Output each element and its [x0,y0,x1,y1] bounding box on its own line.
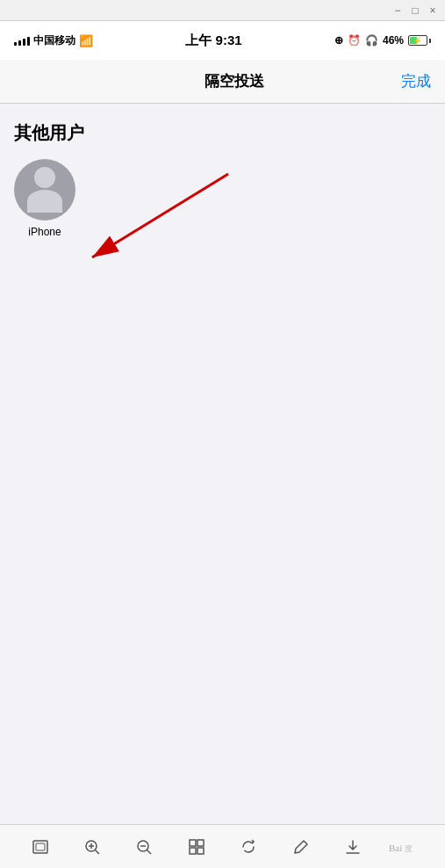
device-grid: iPhone [14,159,431,238]
battery-percent: 46% [383,34,404,47]
content-area: 其他用户 iPhone [0,104,445,824]
battery-body: ⚡ [408,35,427,46]
zoom-in-button[interactable] [76,831,108,863]
time-label: 上午 9:31 [185,33,241,49]
device-name: iPhone [28,226,61,238]
svg-line-9 [147,850,152,854]
headphone-icon: 🎧 [365,34,378,47]
person-head [34,167,55,188]
svg-rect-3 [36,843,45,850]
close-button[interactable]: × [427,5,438,16]
section-title: 其他用户 [14,121,431,145]
maximize-button[interactable]: □ [410,5,420,16]
signal-bar-3 [23,39,25,46]
phone-frame: 中国移动 📶 上午 9:31 ⊕ ⏰ 🎧 46% ⚡ 隔空投送 完成 其他用户 [0,21,445,868]
battery: ⚡ [408,35,431,46]
svg-text:Bai: Bai [389,843,402,853]
avatar-circle [14,159,75,221]
nav-bar: 隔空投送 完成 [0,60,445,104]
minimize-button[interactable]: − [392,5,403,16]
download-button[interactable] [337,831,369,863]
nav-title: 隔空投送 [205,71,264,91]
grid-button[interactable] [181,831,212,863]
window-chrome: − □ × [0,0,445,21]
svg-rect-14 [197,848,204,854]
battery-bolt-icon: ⚡ [413,37,422,45]
svg-rect-11 [190,840,196,846]
alarm-icon: ⏰ [348,34,361,47]
bottom-toolbar: Bai 度 [0,824,445,868]
signal-bar-2 [18,40,21,46]
device-item-iphone[interactable]: iPhone [14,159,75,238]
location-icon: ⊕ [334,34,343,47]
person-body [27,190,62,213]
signal-bars [14,35,30,46]
battery-tip [429,39,431,43]
tablet-view-button[interactable] [25,831,56,863]
signal-bar-4 [27,37,30,46]
status-right: ⊕ ⏰ 🎧 46% ⚡ [334,34,431,47]
refresh-button[interactable] [233,831,264,863]
svg-rect-12 [197,840,204,846]
zoom-out-button[interactable] [128,831,160,863]
person-silhouette [27,167,62,213]
svg-rect-13 [190,848,196,854]
status-left: 中国移动 📶 [14,33,93,48]
status-bar: 中国移动 📶 上午 9:31 ⊕ ⏰ 🎧 46% ⚡ [0,21,445,60]
wifi-icon: 📶 [79,34,93,47]
done-button[interactable]: 完成 [401,71,431,91]
svg-rect-2 [33,841,47,853]
pen-button[interactable] [285,831,317,863]
svg-line-5 [96,850,100,854]
svg-text:度: 度 [405,844,413,853]
signal-bar-1 [14,42,17,46]
carrier-label: 中国移动 [33,33,75,48]
watermark-button[interactable]: Bai 度 [389,831,420,863]
